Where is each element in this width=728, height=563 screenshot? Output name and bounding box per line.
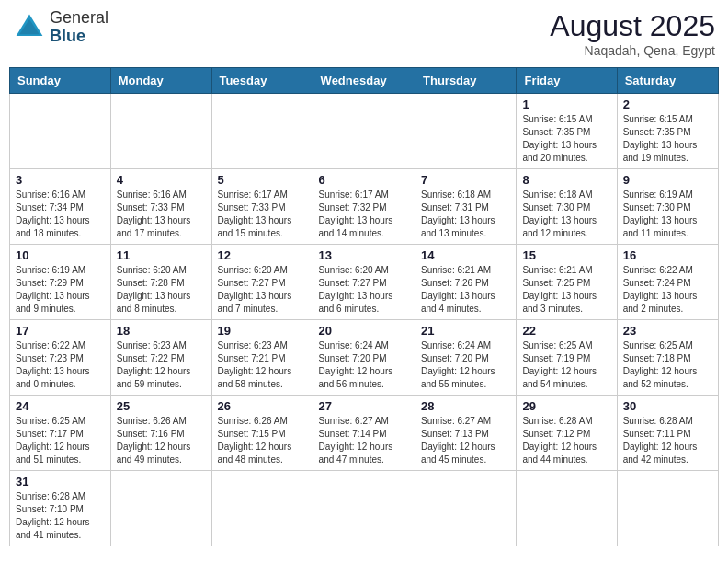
day-info: Sunrise: 6:24 AM Sunset: 7:20 PM Dayligh… <box>421 339 510 391</box>
calendar-cell: 25Sunrise: 6:26 AM Sunset: 7:16 PM Dayli… <box>110 396 211 471</box>
day-number: 25 <box>117 399 206 413</box>
title-block: August 2025 Naqadah, Qena, Egypt <box>550 9 715 58</box>
day-number: 22 <box>522 324 610 338</box>
day-number: 29 <box>522 399 610 413</box>
day-of-week-header: Tuesday <box>211 68 313 94</box>
day-info: Sunrise: 6:25 AM Sunset: 7:19 PM Dayligh… <box>522 339 610 391</box>
calendar-cell <box>110 471 211 546</box>
day-info: Sunrise: 6:19 AM Sunset: 7:29 PM Dayligh… <box>16 264 105 316</box>
calendar-cell: 15Sunrise: 6:21 AM Sunset: 7:25 PM Dayli… <box>517 245 617 320</box>
calendar-cell <box>10 94 111 169</box>
calendar-table: SundayMondayTuesdayWednesdayThursdayFrid… <box>9 67 719 546</box>
logo: General Blue <box>13 9 108 46</box>
day-number: 17 <box>16 324 105 338</box>
calendar-cell: 19Sunrise: 6:23 AM Sunset: 7:21 PM Dayli… <box>211 320 313 396</box>
day-number: 7 <box>421 173 510 187</box>
calendar-cell <box>415 471 517 546</box>
day-info: Sunrise: 6:28 AM Sunset: 7:11 PM Dayligh… <box>623 415 712 466</box>
day-number: 20 <box>319 324 409 338</box>
day-number: 27 <box>319 399 409 413</box>
day-info: Sunrise: 6:20 AM Sunset: 7:27 PM Dayligh… <box>319 264 409 316</box>
day-number: 1 <box>522 98 610 111</box>
day-info: Sunrise: 6:20 AM Sunset: 7:27 PM Dayligh… <box>218 264 307 316</box>
day-info: Sunrise: 6:21 AM Sunset: 7:25 PM Dayligh… <box>522 264 610 316</box>
calendar-cell: 28Sunrise: 6:27 AM Sunset: 7:13 PM Dayli… <box>415 396 517 471</box>
day-info: Sunrise: 6:23 AM Sunset: 7:22 PM Dayligh… <box>117 339 206 391</box>
day-number: 19 <box>218 324 307 338</box>
calendar-cell: 24Sunrise: 6:25 AM Sunset: 7:17 PM Dayli… <box>10 396 111 471</box>
calendar-cell: 30Sunrise: 6:28 AM Sunset: 7:11 PM Dayli… <box>617 396 718 471</box>
calendar-cell: 21Sunrise: 6:24 AM Sunset: 7:20 PM Dayli… <box>415 320 517 396</box>
day-info: Sunrise: 6:19 AM Sunset: 7:30 PM Dayligh… <box>623 189 712 240</box>
calendar-cell: 23Sunrise: 6:25 AM Sunset: 7:18 PM Dayli… <box>617 320 718 396</box>
day-info: Sunrise: 6:27 AM Sunset: 7:13 PM Dayligh… <box>421 415 510 466</box>
day-info: Sunrise: 6:28 AM Sunset: 7:12 PM Dayligh… <box>522 415 610 466</box>
calendar-cell <box>211 94 313 169</box>
calendar-cell: 29Sunrise: 6:28 AM Sunset: 7:12 PM Dayli… <box>517 396 617 471</box>
calendar-week-row: 31Sunrise: 6:28 AM Sunset: 7:10 PM Dayli… <box>10 471 719 546</box>
logo-text: General Blue <box>50 9 108 46</box>
day-number: 28 <box>421 399 510 413</box>
day-info: Sunrise: 6:26 AM Sunset: 7:16 PM Dayligh… <box>117 415 206 466</box>
day-number: 30 <box>623 399 712 413</box>
day-info: Sunrise: 6:16 AM Sunset: 7:34 PM Dayligh… <box>16 189 105 240</box>
month-title: August 2025 <box>550 9 715 43</box>
day-info: Sunrise: 6:18 AM Sunset: 7:31 PM Dayligh… <box>421 189 510 240</box>
day-of-week-header: Monday <box>110 68 211 94</box>
calendar-cell: 17Sunrise: 6:22 AM Sunset: 7:23 PM Dayli… <box>10 320 111 396</box>
day-number: 31 <box>16 475 105 488</box>
day-number: 16 <box>623 248 712 262</box>
day-of-week-header: Sunday <box>10 68 111 94</box>
day-info: Sunrise: 6:28 AM Sunset: 7:10 PM Dayligh… <box>16 490 105 542</box>
calendar-cell: 12Sunrise: 6:20 AM Sunset: 7:27 PM Dayli… <box>211 245 313 320</box>
day-number: 8 <box>522 173 610 187</box>
calendar-cell: 26Sunrise: 6:26 AM Sunset: 7:15 PM Dayli… <box>211 396 313 471</box>
calendar-cell: 27Sunrise: 6:27 AM Sunset: 7:14 PM Dayli… <box>313 396 415 471</box>
calendar-cell: 18Sunrise: 6:23 AM Sunset: 7:22 PM Dayli… <box>110 320 211 396</box>
day-info: Sunrise: 6:15 AM Sunset: 7:35 PM Dayligh… <box>623 113 712 165</box>
calendar-cell: 16Sunrise: 6:22 AM Sunset: 7:24 PM Dayli… <box>617 245 718 320</box>
day-number: 14 <box>421 248 510 262</box>
day-info: Sunrise: 6:17 AM Sunset: 7:32 PM Dayligh… <box>319 189 409 240</box>
calendar-cell: 2Sunrise: 6:15 AM Sunset: 7:35 PM Daylig… <box>617 94 718 169</box>
calendar-week-row: 10Sunrise: 6:19 AM Sunset: 7:29 PM Dayli… <box>10 245 719 320</box>
day-info: Sunrise: 6:22 AM Sunset: 7:23 PM Dayligh… <box>16 339 105 391</box>
day-number: 11 <box>117 248 206 262</box>
calendar-cell: 13Sunrise: 6:20 AM Sunset: 7:27 PM Dayli… <box>313 245 415 320</box>
calendar-cell: 11Sunrise: 6:20 AM Sunset: 7:28 PM Dayli… <box>110 245 211 320</box>
calendar-cell: 3Sunrise: 6:16 AM Sunset: 7:34 PM Daylig… <box>10 169 111 245</box>
day-number: 26 <box>218 399 307 413</box>
calendar-week-row: 3Sunrise: 6:16 AM Sunset: 7:34 PM Daylig… <box>10 169 719 245</box>
day-number: 21 <box>421 324 510 338</box>
calendar-cell: 8Sunrise: 6:18 AM Sunset: 7:30 PM Daylig… <box>517 169 617 245</box>
calendar-cell <box>617 471 718 546</box>
calendar-cell <box>110 94 211 169</box>
location-title: Naqadah, Qena, Egypt <box>550 43 715 58</box>
day-info: Sunrise: 6:17 AM Sunset: 7:33 PM Dayligh… <box>218 189 307 240</box>
calendar-week-row: 1Sunrise: 6:15 AM Sunset: 7:35 PM Daylig… <box>10 94 719 169</box>
calendar-cell <box>211 471 313 546</box>
calendar-cell: 10Sunrise: 6:19 AM Sunset: 7:29 PM Dayli… <box>10 245 111 320</box>
day-number: 13 <box>319 248 409 262</box>
day-info: Sunrise: 6:18 AM Sunset: 7:30 PM Dayligh… <box>522 189 610 240</box>
day-of-week-header: Thursday <box>415 68 517 94</box>
calendar-cell: 4Sunrise: 6:16 AM Sunset: 7:33 PM Daylig… <box>110 169 211 245</box>
calendar-cell: 14Sunrise: 6:21 AM Sunset: 7:26 PM Dayli… <box>415 245 517 320</box>
calendar-cell: 7Sunrise: 6:18 AM Sunset: 7:31 PM Daylig… <box>415 169 517 245</box>
day-number: 2 <box>623 98 712 111</box>
day-of-week-header: Wednesday <box>313 68 415 94</box>
day-number: 12 <box>218 248 307 262</box>
calendar-cell: 6Sunrise: 6:17 AM Sunset: 7:32 PM Daylig… <box>313 169 415 245</box>
day-number: 18 <box>117 324 206 338</box>
day-info: Sunrise: 6:21 AM Sunset: 7:26 PM Dayligh… <box>421 264 510 316</box>
day-of-week-header: Friday <box>517 68 617 94</box>
day-number: 6 <box>319 173 409 187</box>
day-number: 5 <box>218 173 307 187</box>
calendar-header-row: SundayMondayTuesdayWednesdayThursdayFrid… <box>10 68 719 94</box>
calendar-cell: 1Sunrise: 6:15 AM Sunset: 7:35 PM Daylig… <box>517 94 617 169</box>
day-info: Sunrise: 6:26 AM Sunset: 7:15 PM Dayligh… <box>218 415 307 466</box>
day-info: Sunrise: 6:15 AM Sunset: 7:35 PM Dayligh… <box>522 113 610 165</box>
calendar-cell <box>313 94 415 169</box>
day-number: 3 <box>16 173 105 187</box>
calendar-cell: 5Sunrise: 6:17 AM Sunset: 7:33 PM Daylig… <box>211 169 313 245</box>
